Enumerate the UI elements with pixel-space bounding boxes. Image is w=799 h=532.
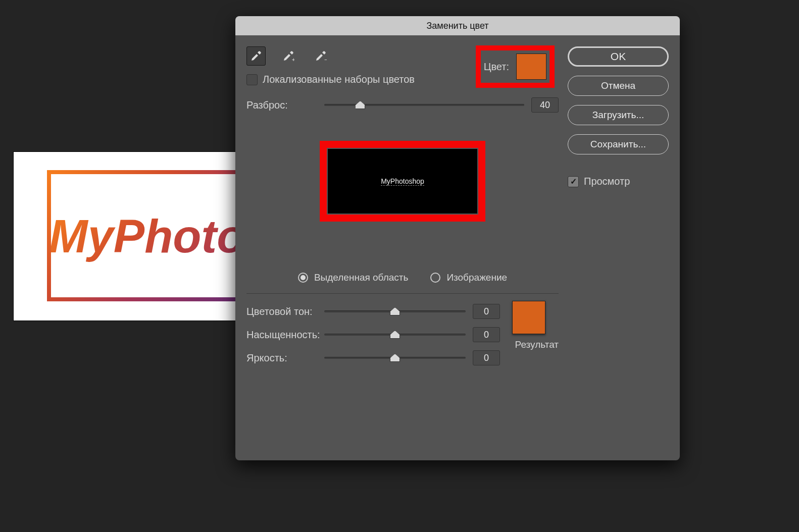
canvas-document[interactable]: MyPhoto — [13, 151, 242, 321]
fuzziness-label: Разброс: — [246, 99, 317, 111]
load-button[interactable]: Загрузить... — [568, 105, 669, 125]
lightness-slider[interactable] — [324, 352, 466, 364]
view-mode-selection-radio[interactable]: Выделенная область — [298, 272, 408, 283]
localized-color-clusters-checkbox[interactable] — [246, 74, 258, 85]
annotation-highlight-preview: MyPhotoshop — [320, 141, 485, 222]
save-button[interactable]: Сохранить... — [568, 134, 669, 154]
saturation-slider[interactable] — [324, 329, 466, 341]
fuzziness-value[interactable] — [531, 97, 559, 113]
lightness-label: Яркость: — [246, 352, 317, 364]
result-label: Результат — [515, 339, 559, 350]
view-mode-image-radio[interactable]: Изображение — [430, 272, 507, 283]
ok-button[interactable]: OK — [568, 46, 669, 67]
annotation-highlight-color: Цвет: — [476, 45, 555, 88]
hue-value[interactable] — [473, 304, 500, 319]
selection-preview[interactable]: MyPhotoshop — [327, 148, 478, 215]
fuzziness-slider[interactable] — [324, 99, 524, 111]
preview-checkbox-label: Просмотр — [584, 176, 630, 187]
dialog-title: Заменить цвет — [235, 16, 680, 35]
eyedropper-add-tool[interactable]: + — [279, 46, 298, 66]
source-color-label: Цвет: — [484, 61, 509, 73]
radio-dot-icon — [298, 273, 308, 283]
lightness-value[interactable] — [473, 350, 500, 365]
source-color-swatch[interactable] — [516, 54, 546, 80]
svg-text:+: + — [292, 57, 294, 62]
replace-color-dialog: Заменить цвет + − Цвет: — [235, 16, 680, 460]
view-mode-selection-label: Выделенная область — [314, 272, 408, 283]
view-mode-image-label: Изображение — [446, 272, 507, 283]
eyedropper-tool[interactable] — [246, 46, 266, 66]
eyedropper-subtract-tool[interactable]: − — [311, 46, 330, 66]
localized-color-clusters-label: Локализованные наборы цветов — [263, 74, 415, 85]
canvas-artwork-border — [47, 170, 242, 301]
selection-preview-content: MyPhotoshop — [381, 177, 424, 186]
saturation-label: Насыщенность: — [246, 329, 317, 341]
result-color-swatch[interactable] — [512, 301, 545, 334]
saturation-value[interactable] — [473, 327, 500, 342]
svg-text:−: − — [324, 57, 327, 62]
preview-checkbox[interactable] — [568, 176, 579, 187]
hue-label: Цветовой тон: — [246, 306, 317, 317]
radio-dot-icon — [430, 273, 440, 283]
cancel-button[interactable]: Отмена — [568, 76, 669, 96]
hue-slider[interactable] — [324, 305, 466, 317]
